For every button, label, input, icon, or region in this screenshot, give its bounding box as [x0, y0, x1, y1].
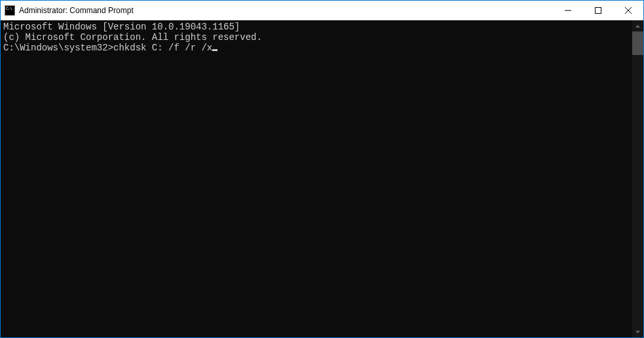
prompt-text: C:\Windows\system32>: [3, 43, 113, 53]
command-prompt-window: Administrator: Command Prompt Microsoft: [0, 0, 644, 338]
prompt-line: C:\Windows\system32>chkdsk C: /f /r /x: [3, 43, 630, 53]
close-button[interactable]: [613, 1, 643, 20]
window-controls: [553, 1, 643, 20]
vertical-scrollbar[interactable]: [632, 20, 643, 337]
titlebar[interactable]: Administrator: Command Prompt: [1, 1, 643, 20]
scroll-thumb[interactable]: [632, 31, 643, 55]
terminal-area: Microsoft Windows [Version 10.0.19043.11…: [1, 20, 643, 337]
command-text: chkdsk C: /f /r /x: [113, 43, 212, 53]
close-icon: [625, 7, 632, 14]
chevron-down-icon: [635, 331, 640, 333]
window-title: Administrator: Command Prompt: [19, 6, 134, 15]
chevron-up-icon: [635, 25, 640, 28]
copyright-line: (c) Microsoft Corporation. All rights re…: [3, 32, 630, 43]
svg-marker-4: [635, 25, 640, 28]
terminal-output[interactable]: Microsoft Windows [Version 10.0.19043.11…: [1, 20, 632, 337]
scroll-up-button[interactable]: [632, 20, 643, 31]
svg-marker-5: [635, 331, 640, 333]
maximize-button[interactable]: [583, 1, 613, 20]
scroll-track[interactable]: [632, 31, 643, 326]
version-line: Microsoft Windows [Version 10.0.19043.11…: [3, 22, 630, 32]
svg-rect-1: [596, 8, 601, 14]
app-icon: [5, 5, 15, 16]
maximize-icon: [595, 7, 601, 14]
cursor: [212, 49, 218, 51]
minimize-icon: [565, 7, 571, 14]
scroll-down-button[interactable]: [632, 326, 643, 337]
minimize-button[interactable]: [553, 1, 583, 20]
